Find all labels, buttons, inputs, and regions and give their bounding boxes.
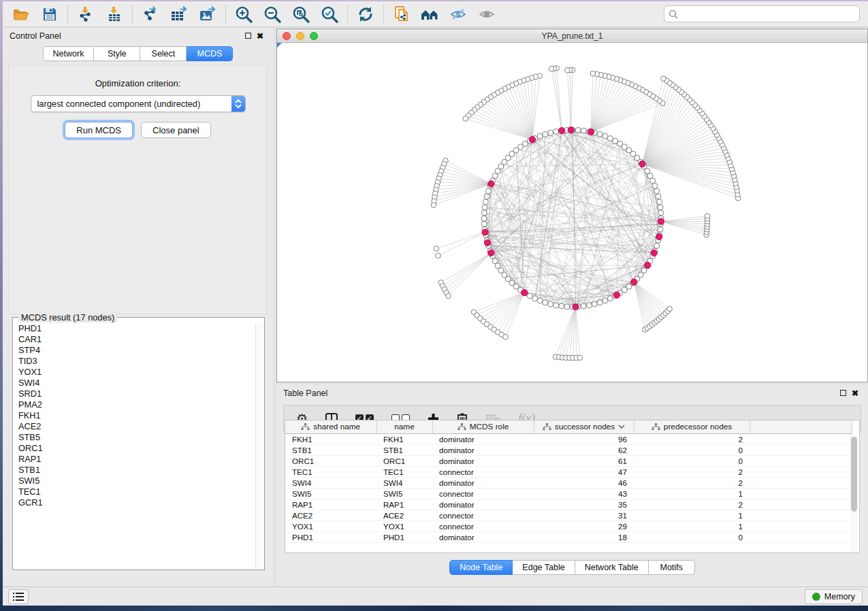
tab-select[interactable]: Select xyxy=(140,46,187,61)
mcds-result-item[interactable]: SWI5 xyxy=(18,476,255,486)
ring-node[interactable] xyxy=(527,293,532,299)
table-row[interactable]: RAP1RAP1dominator352 xyxy=(285,499,852,510)
ring-node[interactable] xyxy=(650,178,656,184)
leaf-node[interactable] xyxy=(549,66,554,71)
tab-edge-table[interactable]: Edge Table xyxy=(513,560,575,575)
column-header-successor-nodes[interactable]: successor nodes xyxy=(534,420,634,433)
table-row[interactable]: TEC1TEC1connector472 xyxy=(285,466,852,477)
ring-node[interactable] xyxy=(485,188,491,194)
mcds-node[interactable] xyxy=(573,303,579,310)
show-all-button[interactable] xyxy=(473,3,502,25)
mcds-node[interactable] xyxy=(658,218,664,225)
import-table-button[interactable] xyxy=(100,3,129,25)
ring-node[interactable] xyxy=(481,216,487,221)
cell-predecessor-nodes[interactable]: 0 xyxy=(634,455,750,466)
ring-node[interactable] xyxy=(656,194,661,199)
mcds-node[interactable] xyxy=(639,161,645,167)
leaf-node[interactable] xyxy=(431,203,436,208)
mcds-result-item[interactable]: CAR1 xyxy=(18,334,255,345)
table-row[interactable]: FKH1FKH1dominator962 xyxy=(285,433,852,444)
mcds-node[interactable] xyxy=(559,127,565,133)
cell-predecessor-nodes[interactable]: 1 xyxy=(634,488,750,499)
table-row[interactable]: ORC1ORC1dominator610 xyxy=(285,455,852,466)
column-header-mcds-role[interactable]: MCDS role xyxy=(432,420,534,433)
network-canvas[interactable] xyxy=(277,43,867,382)
cell-predecessor-nodes[interactable]: 0 xyxy=(634,531,750,542)
zoom-in-button[interactable] xyxy=(229,3,258,25)
zoom-out-button[interactable] xyxy=(258,3,287,25)
ring-node[interactable] xyxy=(654,243,660,248)
leaf-node[interactable] xyxy=(577,355,583,361)
ring-node[interactable] xyxy=(564,304,570,310)
column-header-name[interactable]: name xyxy=(376,420,432,433)
table-row[interactable]: SWI4SWI4dominator462 xyxy=(285,477,852,488)
leaf-node[interactable] xyxy=(434,246,439,252)
ring-node[interactable] xyxy=(543,131,548,137)
ring-node[interactable] xyxy=(537,133,543,139)
cell-successor-nodes[interactable]: 61 xyxy=(534,455,634,466)
mcds-result-item[interactable]: PHD1 xyxy=(18,323,255,334)
ring-node[interactable] xyxy=(607,296,613,301)
cell-predecessor-nodes[interactable]: 2 xyxy=(634,477,750,488)
mcds-result-item[interactable]: PMA2 xyxy=(18,399,255,410)
cell-name[interactable]: ACE2 xyxy=(376,510,432,521)
mcds-node[interactable] xyxy=(631,279,637,285)
memory-button[interactable]: Memory xyxy=(805,589,863,604)
export-network-button[interactable] xyxy=(136,3,165,25)
ring-node[interactable] xyxy=(553,303,559,308)
cell-mcds-role[interactable]: dominator xyxy=(432,455,534,466)
cell-name[interactable]: FKH1 xyxy=(376,433,432,444)
ring-node[interactable] xyxy=(532,296,538,301)
run-mcds-button[interactable]: Run MCDS xyxy=(65,122,133,138)
cell-shared-name[interactable]: TEC1 xyxy=(285,466,376,477)
cell-predecessor-nodes[interactable]: 2 xyxy=(634,499,750,510)
mcds-result-item[interactable]: YOX1 xyxy=(18,367,255,378)
tab-mcds[interactable]: MCDS xyxy=(187,46,233,61)
export-image-button[interactable] xyxy=(193,3,222,25)
task-history-button[interactable] xyxy=(8,589,29,604)
leaf-node[interactable] xyxy=(565,67,570,73)
cell-name[interactable]: ORC1 xyxy=(376,455,432,466)
cell-predecessor-nodes[interactable]: 1 xyxy=(634,510,750,521)
ring-node[interactable] xyxy=(575,127,581,133)
leaf-node[interactable] xyxy=(661,76,666,82)
ring-node[interactable] xyxy=(553,129,559,134)
ring-node[interactable] xyxy=(559,303,564,309)
import-network-button[interactable] xyxy=(71,3,100,25)
ring-node[interactable] xyxy=(613,138,618,144)
mcds-node[interactable] xyxy=(521,289,528,295)
float-table-panel-button[interactable] xyxy=(837,389,849,398)
cell-mcds-role[interactable]: dominator xyxy=(432,531,534,542)
leaf-node[interactable] xyxy=(503,334,509,340)
cell-predecessor-nodes[interactable]: 2 xyxy=(634,433,750,444)
leaf-node[interactable] xyxy=(590,71,596,76)
cell-predecessor-nodes[interactable]: 2 xyxy=(634,466,750,477)
mcds-result-item[interactable]: SWI4 xyxy=(18,378,255,389)
table-row[interactable]: STB1STB1dominator620 xyxy=(285,444,852,455)
table-row[interactable]: ACE2ACE2connector311 xyxy=(285,510,852,521)
export-table-button[interactable] xyxy=(165,3,193,25)
ring-node[interactable] xyxy=(657,199,662,205)
ring-node[interactable] xyxy=(492,173,498,178)
mcds-node[interactable] xyxy=(529,137,535,143)
ring-node[interactable] xyxy=(658,227,663,232)
cell-mcds-role[interactable]: dominator xyxy=(432,433,534,444)
cell-successor-nodes[interactable]: 43 xyxy=(534,488,634,499)
cell-shared-name[interactable]: ACE2 xyxy=(285,510,376,521)
zoom-fit-button[interactable] xyxy=(287,3,315,25)
mcds-result-scrollbar[interactable] xyxy=(255,323,263,569)
ring-node[interactable] xyxy=(484,194,489,199)
leaf-node[interactable] xyxy=(463,116,468,122)
ring-node[interactable] xyxy=(597,131,602,137)
cell-mcds-role[interactable]: dominator xyxy=(432,444,534,455)
ring-node[interactable] xyxy=(482,205,487,210)
ring-node[interactable] xyxy=(586,303,592,308)
leaf-node[interactable] xyxy=(667,306,673,312)
mcds-node[interactable] xyxy=(613,292,620,298)
ring-node[interactable] xyxy=(548,130,553,135)
save-session-button[interactable] xyxy=(35,3,64,25)
mcds-node[interactable] xyxy=(488,181,494,187)
cell-shared-name[interactable]: YOX1 xyxy=(285,521,376,531)
apply-layout-button[interactable] xyxy=(351,3,380,25)
cell-mcds-role[interactable]: connector xyxy=(432,521,534,531)
